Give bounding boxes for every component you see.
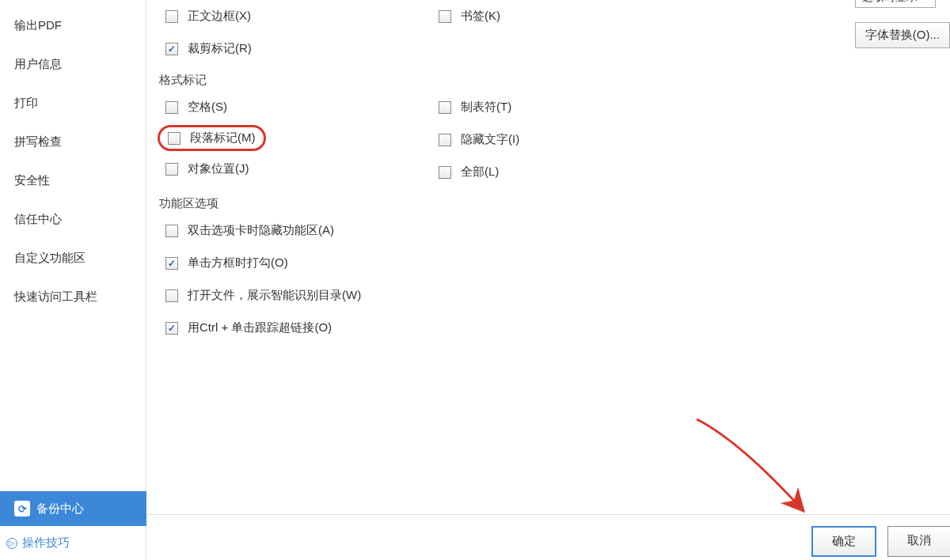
font-substitute-button[interactable]: 字体替换(O)...	[855, 22, 950, 48]
checkbox-icon[interactable]	[439, 166, 451, 179]
sidebar-item-user[interactable]: 用户信息	[14, 45, 146, 84]
checkbox-all[interactable]: 全部(L)	[432, 156, 705, 188]
checkbox-body-border[interactable]: 正文边框(X)	[159, 0, 432, 32]
play-icon: ▷	[6, 538, 17, 549]
checkbox-label: 隐藏文字(I)	[461, 132, 519, 147]
checkbox-label: 空格(S)	[188, 100, 227, 115]
checkbox-label: 打开文件，展示智能识别目录(W)	[188, 288, 361, 303]
checkbox-spaces[interactable]: 空格(S)	[159, 91, 432, 123]
checkbox-label: 制表符(T)	[461, 100, 511, 115]
checkbox-label: 段落标记(M)	[190, 131, 256, 146]
checkbox-smart-toc[interactable]: 打开文件，展示智能识别目录(W)	[159, 279, 937, 312]
sidebar-item-custom-ribbon[interactable]: 自定义功能区	[14, 239, 146, 278]
checkbox-icon[interactable]	[165, 43, 178, 55]
format-marks-title: 格式标记	[159, 70, 937, 91]
checkbox-object-position[interactable]: 对象位置(J)	[159, 153, 432, 185]
tips-label: 操作技巧	[22, 535, 70, 551]
ok-button[interactable]: 确定	[811, 526, 876, 557]
sidebar-item-security[interactable]: 安全性	[14, 161, 146, 200]
checkbox-icon[interactable]	[165, 289, 178, 302]
checkbox-icon[interactable]	[439, 134, 451, 146]
checkbox-icon[interactable]	[165, 163, 178, 176]
checkbox-icon[interactable]	[165, 10, 178, 23]
highlighted-paragraph-marks[interactable]: 段落标记(M)	[158, 125, 266, 151]
sidebar-item-pdf[interactable]: 输出PDF	[14, 6, 146, 45]
checkbox-icon[interactable]	[165, 225, 178, 237]
ribbon-options-title: 功能区选项	[159, 193, 937, 214]
checkbox-hidden-text[interactable]: 隐藏文字(I)	[432, 123, 705, 156]
checkbox-label: 全部(L)	[461, 165, 499, 180]
backup-center-button[interactable]: ⟳ 备份中心	[0, 491, 146, 526]
main-panel: 选取时显示 字体替换(O)... 正文边框(X) 裁剪标记(R)	[146, 0, 950, 560]
checkbox-label: 书签(K)	[461, 9, 500, 24]
checkbox-doubleclick-hide[interactable]: 双击选项卡时隐藏功能区(A)	[159, 214, 937, 247]
checkbox-crop-marks[interactable]: 裁剪标记(R)	[159, 32, 432, 65]
display-dropdown[interactable]: 选取时显示	[855, 0, 936, 8]
checkbox-icon[interactable]	[165, 257, 178, 270]
checkbox-label: 正文边框(X)	[188, 9, 251, 24]
checkbox-ctrl-click-link[interactable]: 用Ctrl + 单击跟踪超链接(O)	[159, 312, 937, 344]
checkbox-bookmark[interactable]: 书签(K)	[432, 0, 705, 32]
checkbox-icon[interactable]	[165, 322, 178, 335]
checkbox-icon[interactable]	[168, 132, 180, 145]
sidebar: 输出PDF 用户信息 打印 拼写检查 安全性 信任中心 自定义功能区 快速访问工…	[0, 0, 146, 560]
sidebar-item-spellcheck[interactable]: 拼写检查	[14, 123, 146, 161]
checkbox-label: 双击选项卡时隐藏功能区(A)	[188, 223, 334, 238]
backup-center-label: 备份中心	[36, 501, 84, 516]
sidebar-item-quick-toolbar[interactable]: 快速访问工具栏	[14, 278, 146, 316]
checkbox-tabs[interactable]: 制表符(T)	[432, 91, 705, 123]
checkbox-label: 对象位置(J)	[188, 161, 249, 176]
checkbox-icon[interactable]	[439, 10, 451, 23]
checkbox-label: 单击方框时打勾(O)	[188, 255, 288, 271]
sidebar-item-trust[interactable]: 信任中心	[14, 200, 146, 239]
tips-link[interactable]: ▷ 操作技巧	[0, 526, 146, 560]
cancel-button[interactable]: 取消	[887, 526, 950, 557]
sidebar-item-print[interactable]: 打印	[14, 84, 146, 123]
dialog-button-bar: 确定 取消	[146, 514, 950, 557]
checkbox-icon[interactable]	[165, 101, 178, 114]
checkbox-label: 用Ctrl + 单击跟踪超链接(O)	[188, 320, 332, 335]
checkbox-label: 裁剪标记(R)	[188, 41, 252, 56]
backup-icon: ⟳	[14, 501, 30, 516]
checkbox-icon[interactable]	[439, 101, 451, 114]
checkbox-click-check[interactable]: 单击方框时打勾(O)	[159, 247, 937, 279]
